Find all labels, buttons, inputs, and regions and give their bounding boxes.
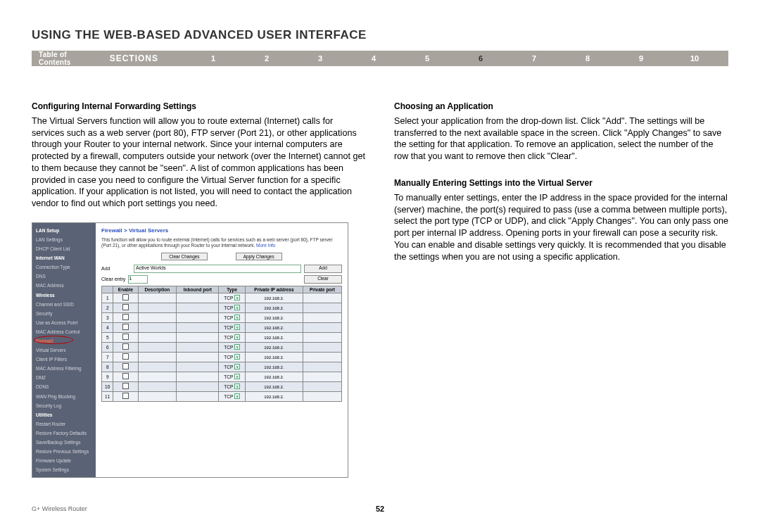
type-cell[interactable]: TCP v [219,362,245,372]
checkbox-icon[interactable] [122,314,129,320]
chevron-down-icon[interactable]: v [234,393,240,399]
private-port-cell[interactable] [303,372,341,381]
enable-cell[interactable] [113,312,138,322]
inbound-port-cell[interactable] [177,391,219,401]
enable-cell[interactable] [113,381,138,391]
private-ip-cell[interactable]: 192.168.2. [245,352,303,362]
sidebar-item[interactable]: DMZ [32,373,96,382]
checkbox-icon[interactable] [122,324,129,330]
sidebar-item[interactable]: Security [32,309,96,318]
sidebar-item[interactable]: Virtual Servers [32,346,96,355]
sidebar-item[interactable]: Restore Factory Defaults [32,429,96,438]
sidebar-item[interactable]: System Settings [32,465,96,474]
private-ip-cell[interactable]: 192.168.2. [245,332,303,342]
type-cell[interactable]: TCP v [219,381,245,391]
inbound-port-cell[interactable] [177,342,219,352]
clear-button[interactable]: Clear [304,275,342,284]
description-cell[interactable] [138,332,177,342]
chevron-down-icon[interactable]: v [234,295,240,300]
nav-section-3[interactable]: 3 [293,54,347,63]
sidebar-item[interactable]: MAC Address Filtering [32,364,96,373]
type-cell[interactable]: TCP v [219,372,245,381]
nav-section-1[interactable]: 1 [186,54,240,63]
inbound-port-cell[interactable] [177,372,219,381]
description-cell[interactable] [138,381,177,391]
inbound-port-cell[interactable] [177,381,219,391]
sidebar-item[interactable]: DHCP Client List [32,244,96,253]
inbound-port-cell[interactable] [177,362,219,372]
enable-cell[interactable] [113,322,138,332]
add-button[interactable]: Add [304,265,342,273]
type-cell[interactable]: TCP v [219,352,245,362]
private-ip-cell[interactable]: 192.168.2. [245,322,303,332]
sidebar-item[interactable]: MAC Address Control [32,327,96,336]
inbound-port-cell[interactable] [177,332,219,342]
sidebar-item[interactable]: Save/Backup Settings [32,438,96,447]
chevron-down-icon[interactable]: v [234,384,240,389]
private-ip-cell[interactable]: 192.168.2. [245,293,303,303]
enable-cell[interactable] [113,332,138,342]
private-port-cell[interactable] [303,312,341,322]
type-cell[interactable]: TCP v [219,303,245,312]
private-ip-cell[interactable]: 192.168.2. [245,303,303,312]
description-cell[interactable] [138,293,177,303]
sidebar-item[interactable]: Client IP Filters [32,355,96,364]
private-ip-cell[interactable]: 192.168.2. [245,381,303,391]
private-port-cell[interactable] [303,391,341,401]
sidebar-item[interactable]: Use as Access Point [32,318,96,327]
checkbox-icon[interactable] [122,304,129,310]
checkbox-icon[interactable] [122,393,129,399]
sidebar-item[interactable]: Connection Type [32,262,96,272]
sidebar-item[interactable]: Channel and SSID [32,300,96,309]
type-cell[interactable]: TCP v [219,391,245,401]
clear-changes-button[interactable]: Clear Changes [161,253,207,260]
private-ip-cell[interactable]: 192.168.2. [245,372,303,381]
sidebar-item[interactable]: Security Log [32,401,96,410]
inbound-port-cell[interactable] [177,312,219,322]
sidebar-item[interactable]: DDNS [32,382,96,391]
description-cell[interactable] [138,391,177,401]
apply-changes-button[interactable]: Apply Changes [236,253,282,260]
sidebar-item[interactable]: LAN Setup [32,226,96,235]
description-cell[interactable] [138,362,177,372]
private-port-cell[interactable] [303,381,341,391]
sidebar-item[interactable]: Restart Router [32,419,96,429]
enable-cell[interactable] [113,352,138,362]
nav-section-4[interactable]: 4 [347,54,400,63]
chevron-down-icon[interactable]: v [234,305,240,310]
clear-entry-select[interactable]: 1 [128,275,148,284]
inbound-port-cell[interactable] [177,293,219,303]
private-port-cell[interactable] [303,322,341,332]
description-cell[interactable] [138,322,177,332]
enable-cell[interactable] [113,303,138,312]
chevron-down-icon[interactable]: v [234,324,240,330]
enable-cell[interactable] [113,362,138,372]
checkbox-icon[interactable] [122,294,129,300]
nav-section-7[interactable]: 7 [507,54,561,63]
description-cell[interactable] [138,312,177,322]
inbound-port-cell[interactable] [177,322,219,332]
checkbox-icon[interactable] [122,383,129,389]
sidebar-item[interactable]: Internet WAN [32,253,96,262]
enable-cell[interactable] [113,372,138,381]
type-cell[interactable]: TCP v [219,293,245,303]
sidebar-item[interactable]: Firmware Update [32,456,96,465]
private-ip-cell[interactable]: 192.168.2. [245,342,303,352]
type-cell[interactable]: TCP v [219,332,245,342]
sidebar-item[interactable]: DNS [32,272,96,281]
nav-section-2[interactable]: 2 [240,54,293,63]
sidebar-item[interactable]: Wireless [32,291,96,300]
private-ip-cell[interactable]: 192.168.2. [245,391,303,401]
chevron-down-icon[interactable]: v [234,315,240,320]
private-port-cell[interactable] [303,332,341,342]
router-more-info-link[interactable]: More Info [256,243,275,248]
enable-cell[interactable] [113,342,138,352]
chevron-down-icon[interactable]: v [234,354,240,360]
sidebar-item[interactable]: Restore Previous Settings [32,447,96,456]
chevron-down-icon[interactable]: v [234,374,240,379]
add-application-select[interactable]: Active Worlds [134,265,301,273]
checkbox-icon[interactable] [122,373,129,379]
private-port-cell[interactable] [303,303,341,312]
chevron-down-icon[interactable]: v [234,334,240,340]
enable-cell[interactable] [113,293,138,303]
